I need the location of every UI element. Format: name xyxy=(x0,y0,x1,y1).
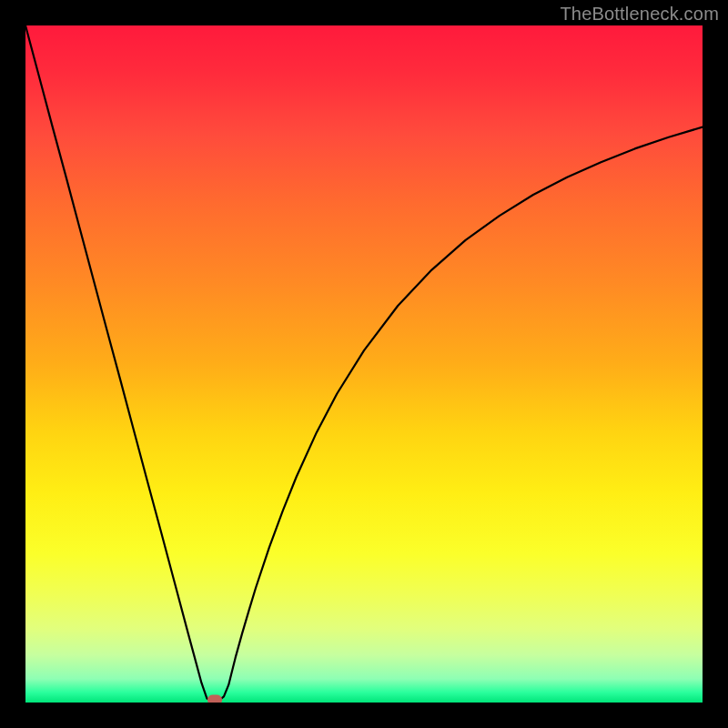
chart-frame: TheBottleneck.com xyxy=(0,0,728,728)
plot-area xyxy=(25,25,703,703)
bottleneck-minimum-marker xyxy=(207,695,222,703)
site-watermark: TheBottleneck.com xyxy=(560,4,719,25)
bottleneck-curve xyxy=(25,25,703,703)
